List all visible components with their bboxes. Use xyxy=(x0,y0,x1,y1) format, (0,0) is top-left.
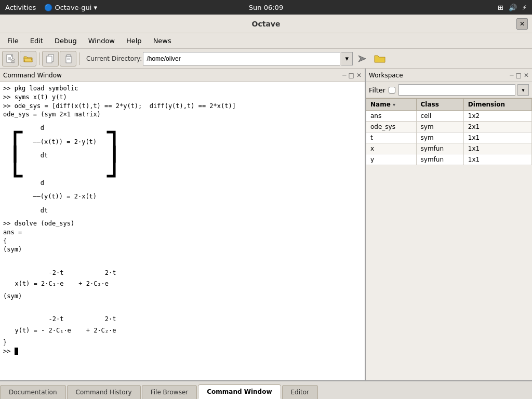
paste-button[interactable] xyxy=(60,51,76,66)
cmd-line-2: >> syms x(t) y(t) xyxy=(3,93,362,102)
tab-documentation[interactable]: Documentation xyxy=(0,385,66,399)
command-output[interactable]: >> pkg load symbolic >> syms x(t) y(t) >… xyxy=(0,82,365,380)
cmd-maximize-button[interactable]: □ xyxy=(349,72,354,79)
cmd-line-3: >> ode_sys = [diff(x(t),t) == 2*y(t); di… xyxy=(3,102,362,111)
menu-bar: File Edit Debug Window Help News xyxy=(0,33,532,49)
svg-marker-13 xyxy=(358,56,366,62)
cmd-sym-line: (sym) xyxy=(3,245,362,254)
cell-dimension: 2x1 xyxy=(463,122,531,132)
main-content: Command Window ─ □ ✕ >> pkg load symboli… xyxy=(0,69,532,380)
system-bar-right: ⊞ 🔊 ⚡ xyxy=(498,4,527,11)
new-file-button[interactable] xyxy=(2,51,19,66)
cmd-ans-line: ans = xyxy=(3,228,362,237)
cell-name: x xyxy=(366,143,417,154)
open-folder-icon xyxy=(23,54,33,63)
cell-class: sym xyxy=(416,132,463,143)
cmd-minimize-button[interactable]: ─ xyxy=(342,72,346,79)
col-dimension-header[interactable]: Dimension xyxy=(463,99,531,111)
open-folder-button[interactable] xyxy=(371,51,388,66)
workspace-title: Workspace xyxy=(369,72,403,79)
workspace-table: Name ▾ Class Dimension anscell1x2ode_sys… xyxy=(366,98,532,165)
tab-file-browser[interactable]: File Browser xyxy=(142,385,197,399)
cell-dimension: 1x2 xyxy=(463,111,531,122)
menu-window[interactable]: Window xyxy=(83,35,120,46)
cell-class: cell xyxy=(416,111,463,122)
cmd-sym-line-2: (sym) xyxy=(3,292,362,301)
workspace-controls: ─ □ ✕ xyxy=(510,72,529,79)
workspace-header: Workspace ─ □ ✕ xyxy=(366,69,532,82)
workspace-maximize-button[interactable]: □ xyxy=(516,72,522,79)
table-row[interactable]: tsym1x1 xyxy=(366,132,532,143)
copy-icon xyxy=(46,54,55,63)
command-window-header: Command Window ─ □ ✕ xyxy=(0,69,365,82)
toolbar: Current Directory: ▾ xyxy=(0,49,532,69)
cmd-dsolve-line: >> dsolve (ode_sys) xyxy=(3,219,362,228)
navigate-button[interactable] xyxy=(354,51,370,66)
workspace-filter-input[interactable] xyxy=(398,84,515,96)
cell-class: sym xyxy=(416,122,463,132)
cmd-brace-close: } xyxy=(3,338,362,347)
cell-dimension: 1x1 xyxy=(463,154,531,165)
workspace-close-button[interactable]: ✕ xyxy=(524,72,529,79)
tab-command-window[interactable]: Command Window xyxy=(198,384,281,399)
tab-editor[interactable]: Editor xyxy=(282,385,318,399)
svg-rect-10 xyxy=(66,55,71,57)
filter-dropdown-button[interactable]: ▾ xyxy=(517,84,529,96)
workspace-panel: Workspace ─ □ ✕ Filter ▾ Name ▾ xyxy=(366,69,532,380)
tab-command-history[interactable]: Command History xyxy=(67,385,141,399)
sys-icon-1[interactable]: ⊞ xyxy=(498,4,503,11)
table-row[interactable]: anscell1x2 xyxy=(366,111,532,122)
sys-icon-2[interactable]: 🔊 xyxy=(509,4,517,11)
menu-file[interactable]: File xyxy=(2,35,24,46)
cell-dimension: 1x1 xyxy=(463,132,531,143)
new-file-icon xyxy=(6,54,15,63)
open-file-button[interactable] xyxy=(20,51,36,66)
cell-name: ans xyxy=(366,111,417,122)
system-time: Sun 06:09 xyxy=(249,4,283,11)
workspace-table-body: anscell1x2ode_syssym2x1tsym1x1xsymfun1x1… xyxy=(366,111,532,165)
filter-checkbox[interactable] xyxy=(389,87,395,94)
command-window-panel: Command Window ─ □ ✕ >> pkg load symboli… xyxy=(0,69,366,380)
toolbar-sep-1 xyxy=(39,52,39,65)
close-button[interactable]: ✕ xyxy=(516,18,528,30)
current-dir-input[interactable] xyxy=(143,52,340,65)
cell-name: y xyxy=(366,154,417,165)
paste-icon xyxy=(63,54,73,63)
dir-dropdown-button[interactable]: ▾ xyxy=(341,52,353,65)
title-bar: Octave ✕ xyxy=(0,15,532,33)
current-dir-label: Current Directory: xyxy=(86,55,142,62)
menu-help[interactable]: Help xyxy=(121,35,147,46)
filter-label: Filter xyxy=(369,86,385,94)
menu-news[interactable]: News xyxy=(148,35,177,46)
table-row[interactable]: xsymfun1x1 xyxy=(366,143,532,154)
workspace-minimize-button[interactable]: ─ xyxy=(510,72,513,79)
cmd-line-1: >> pkg load symbolic xyxy=(3,84,362,93)
cmd-brace-open: { xyxy=(3,237,362,246)
math-matrix-display: ⎡ ⎣ d ——(x(t)) = 2·y(t) dt d ——(y(t)) = … xyxy=(3,119,362,219)
command-window-title: Command Window xyxy=(3,72,62,79)
menu-debug[interactable]: Debug xyxy=(49,35,82,46)
cmd-close-button[interactable]: ✕ xyxy=(356,72,362,79)
math-yt-display: -2·t 2·t y(t) = - 2·C₁·e + 2·C₂·e xyxy=(3,301,362,339)
copy-button[interactable] xyxy=(42,51,59,66)
bottom-tabs: Documentation Command History File Brows… xyxy=(0,380,532,399)
cell-name: ode_sys xyxy=(366,122,417,132)
sys-icon-3[interactable]: ⚡ xyxy=(522,4,527,11)
cell-class: symfun xyxy=(416,154,463,165)
cell-name: t xyxy=(366,132,417,143)
workspace-table-container: Name ▾ Class Dimension anscell1x2ode_sys… xyxy=(366,98,532,380)
table-row[interactable]: ode_syssym2x1 xyxy=(366,122,532,132)
table-row[interactable]: ysymfun1x1 xyxy=(366,154,532,165)
app-name-label: 🔵 Octave-gui ▾ xyxy=(44,4,97,11)
col-name-header[interactable]: Name ▾ xyxy=(366,99,417,111)
math-xt-display: -2·t 2·t x(t) = 2·C₁·e + 2·C₂·e xyxy=(3,254,362,292)
menu-edit[interactable]: Edit xyxy=(25,35,48,46)
command-window-controls: ─ □ ✕ xyxy=(342,72,362,79)
system-bar: Activities 🔵 Octave-gui ▾ Sun 06:09 ⊞ 🔊 … xyxy=(0,0,532,15)
cell-dimension: 1x1 xyxy=(463,143,531,154)
activities-label[interactable]: Activities xyxy=(5,4,36,11)
name-sort-arrow: ▾ xyxy=(393,102,395,108)
go-icon xyxy=(356,52,368,65)
col-class-header[interactable]: Class xyxy=(416,99,463,111)
window-title: Octave xyxy=(16,20,516,28)
